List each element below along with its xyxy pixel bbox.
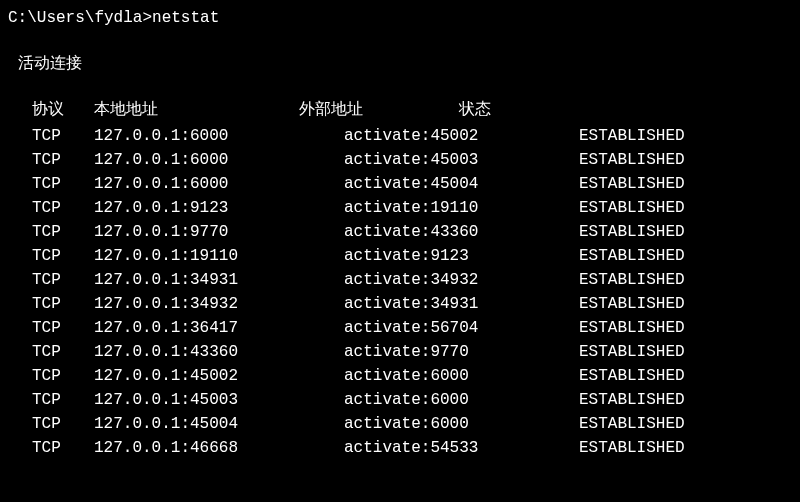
cell-local-address: 127.0.0.1:9770	[94, 220, 344, 244]
cell-state: ESTABLISHED	[579, 124, 685, 148]
cell-foreign-address: activate:34931	[344, 292, 579, 316]
table-row: TCP127.0.0.1:45002activate:6000ESTABLISH…	[32, 364, 792, 388]
cell-protocol: TCP	[32, 124, 94, 148]
cell-protocol: TCP	[32, 436, 94, 460]
cell-protocol: TCP	[32, 148, 94, 172]
cell-state: ESTABLISHED	[579, 220, 685, 244]
netstat-rows: TCP127.0.0.1:6000activate:45002ESTABLISH…	[8, 124, 792, 460]
cell-protocol: TCP	[32, 292, 94, 316]
cell-state: ESTABLISHED	[579, 436, 685, 460]
cell-protocol: TCP	[32, 244, 94, 268]
cell-local-address: 127.0.0.1:34932	[94, 292, 344, 316]
cell-state: ESTABLISHED	[579, 148, 685, 172]
cell-state: ESTABLISHED	[579, 244, 685, 268]
cell-protocol: TCP	[32, 364, 94, 388]
cell-foreign-address: activate:54533	[344, 436, 579, 460]
cell-local-address: 127.0.0.1:43360	[94, 340, 344, 364]
table-row: TCP127.0.0.1:45004activate:6000ESTABLISH…	[32, 412, 792, 436]
table-row: TCP127.0.0.1:6000activate:45002ESTABLISH…	[32, 124, 792, 148]
cell-protocol: TCP	[32, 316, 94, 340]
section-title: 活动连接	[18, 52, 792, 76]
cell-state: ESTABLISHED	[579, 196, 685, 220]
cell-local-address: 127.0.0.1:45002	[94, 364, 344, 388]
netstat-header-row: 协议 本地地址 外部地址 状态	[32, 98, 792, 122]
cell-local-address: 127.0.0.1:45003	[94, 388, 344, 412]
cell-protocol: TCP	[32, 412, 94, 436]
header-foreign-address: 外部地址	[299, 98, 459, 122]
cell-state: ESTABLISHED	[579, 292, 685, 316]
cell-local-address: 127.0.0.1:9123	[94, 196, 344, 220]
cell-foreign-address: activate:6000	[344, 388, 579, 412]
cell-local-address: 127.0.0.1:34931	[94, 268, 344, 292]
cell-foreign-address: activate:9770	[344, 340, 579, 364]
cell-local-address: 127.0.0.1:6000	[94, 124, 344, 148]
cell-state: ESTABLISHED	[579, 172, 685, 196]
cell-state: ESTABLISHED	[579, 364, 685, 388]
header-state: 状态	[459, 98, 491, 122]
table-row: TCP127.0.0.1:36417activate:56704ESTABLIS…	[32, 316, 792, 340]
table-row: TCP127.0.0.1:46668activate:54533ESTABLIS…	[32, 436, 792, 460]
table-row: TCP127.0.0.1:34931activate:34932ESTABLIS…	[32, 268, 792, 292]
cell-local-address: 127.0.0.1:6000	[94, 148, 344, 172]
cell-protocol: TCP	[32, 172, 94, 196]
cell-foreign-address: activate:6000	[344, 364, 579, 388]
cell-protocol: TCP	[32, 388, 94, 412]
cell-foreign-address: activate:9123	[344, 244, 579, 268]
cell-local-address: 127.0.0.1:45004	[94, 412, 344, 436]
terminal-window[interactable]: C:\Users\fydla>netstat 活动连接 协议 本地地址 外部地址…	[0, 0, 800, 460]
cell-state: ESTABLISHED	[579, 268, 685, 292]
table-row: TCP127.0.0.1:19110activate:9123ESTABLISH…	[32, 244, 792, 268]
cell-state: ESTABLISHED	[579, 388, 685, 412]
cell-foreign-address: activate:45002	[344, 124, 579, 148]
cell-state: ESTABLISHED	[579, 412, 685, 436]
cell-state: ESTABLISHED	[579, 340, 685, 364]
table-row: TCP127.0.0.1:6000activate:45003ESTABLISH…	[32, 148, 792, 172]
cell-foreign-address: activate:45003	[344, 148, 579, 172]
table-row: TCP127.0.0.1:34932activate:34931ESTABLIS…	[32, 292, 792, 316]
cell-protocol: TCP	[32, 220, 94, 244]
table-row: TCP127.0.0.1:45003activate:6000ESTABLISH…	[32, 388, 792, 412]
cell-foreign-address: activate:34932	[344, 268, 579, 292]
cell-protocol: TCP	[32, 340, 94, 364]
table-row: TCP127.0.0.1:9123activate:19110ESTABLISH…	[32, 196, 792, 220]
cell-foreign-address: activate:6000	[344, 412, 579, 436]
cell-state: ESTABLISHED	[579, 316, 685, 340]
header-local-address: 本地地址	[94, 98, 299, 122]
cell-local-address: 127.0.0.1:46668	[94, 436, 344, 460]
table-row: TCP127.0.0.1:43360activate:9770ESTABLISH…	[32, 340, 792, 364]
cell-foreign-address: activate:43360	[344, 220, 579, 244]
cell-local-address: 127.0.0.1:36417	[94, 316, 344, 340]
table-row: TCP127.0.0.1:6000activate:45004ESTABLISH…	[32, 172, 792, 196]
header-protocol: 协议	[32, 98, 94, 122]
command-prompt-line: C:\Users\fydla>netstat	[8, 6, 792, 30]
cell-foreign-address: activate:56704	[344, 316, 579, 340]
cell-local-address: 127.0.0.1:19110	[94, 244, 344, 268]
cell-local-address: 127.0.0.1:6000	[94, 172, 344, 196]
cell-foreign-address: activate:45004	[344, 172, 579, 196]
cell-protocol: TCP	[32, 196, 94, 220]
table-row: TCP127.0.0.1:9770activate:43360ESTABLISH…	[32, 220, 792, 244]
cell-protocol: TCP	[32, 268, 94, 292]
cell-foreign-address: activate:19110	[344, 196, 579, 220]
